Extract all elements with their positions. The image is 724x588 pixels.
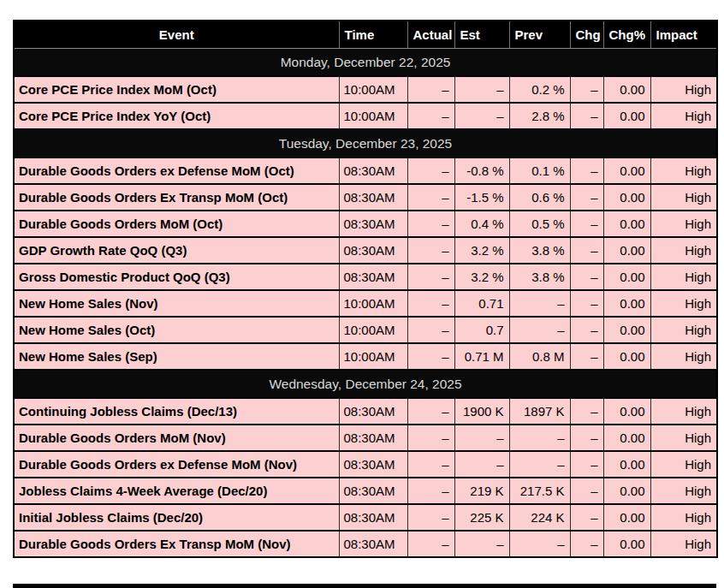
chgpct-cell: 0.00 xyxy=(603,531,650,557)
prev-cell: 2.8 % xyxy=(509,103,570,129)
chgpct-cell: 0.00 xyxy=(603,290,650,317)
chgpct-cell: 0.00 xyxy=(603,103,650,129)
prev-cell: 1897 K xyxy=(509,398,570,425)
prev-cell: 224 K xyxy=(509,504,570,531)
actual-cell: – xyxy=(407,103,454,129)
actual-cell: – xyxy=(407,343,454,370)
date-label: Tuesday, December 23, 2025 xyxy=(14,129,717,157)
chg-cell: – xyxy=(570,157,603,184)
prev-cell: 0.8 M xyxy=(509,343,570,370)
date-label: Wednesday, December 24, 2025 xyxy=(14,370,717,398)
chgpct-cell: 0.00 xyxy=(603,451,650,478)
time-cell: 08:30AM xyxy=(339,504,407,531)
event-cell: Initial Jobless Claims (Dec/20) xyxy=(14,504,339,531)
chg-cell: – xyxy=(570,504,603,531)
prev-cell: 0.2 % xyxy=(509,76,570,103)
prev-cell: 0.1 % xyxy=(509,157,570,184)
actual-cell: – xyxy=(407,76,454,103)
header-cell-chgpct: Chg% xyxy=(603,21,650,49)
chg-cell: – xyxy=(570,237,603,264)
chg-cell: – xyxy=(570,184,603,211)
chg-cell: – xyxy=(570,451,603,478)
actual-cell: – xyxy=(407,317,454,343)
table-header-row: Event Time Actual Est Prev Chg Chg% Impa… xyxy=(14,21,717,49)
event-cell: Durable Goods Orders Ex Transp MoM (Nov) xyxy=(14,531,339,557)
chg-cell: – xyxy=(570,478,603,504)
event-cell: Durable Goods Orders Ex Transp MoM (Oct) xyxy=(14,184,339,211)
actual-cell: – xyxy=(407,211,454,237)
prev-cell: – xyxy=(509,451,570,478)
next-date-row-cutoff xyxy=(13,584,716,588)
event-row: Durable Goods Orders ex Defense MoM (Oct… xyxy=(14,157,717,184)
est-cell: -1.5 % xyxy=(454,184,509,211)
est-cell: 1900 K xyxy=(454,398,509,425)
time-cell: 08:30AM xyxy=(339,398,407,425)
event-row: Continuing Jobless Claims (Dec/13)08:30A… xyxy=(14,398,717,425)
event-row: Durable Goods Orders Ex Transp MoM (Nov)… xyxy=(14,531,717,557)
actual-cell: – xyxy=(407,237,454,264)
header-cell-actual: Actual xyxy=(407,21,454,49)
est-cell: – xyxy=(454,76,509,103)
event-cell: GDP Growth Rate QoQ (Q3) xyxy=(14,237,339,264)
header-cell-time: Time xyxy=(339,21,407,49)
header-cell-event: Event xyxy=(14,21,339,49)
time-cell: 10:00AM xyxy=(339,290,407,317)
impact-cell: High xyxy=(650,504,717,531)
calendar-body: Monday, December 22, 2025Core PCE Price … xyxy=(14,49,717,558)
actual-cell: – xyxy=(407,398,454,425)
event-row: GDP Growth Rate QoQ (Q3)08:30AM–3.2 %3.8… xyxy=(14,237,717,264)
est-cell: 219 K xyxy=(454,478,509,504)
impact-cell: High xyxy=(650,290,717,317)
actual-cell: – xyxy=(407,451,454,478)
event-row: Durable Goods Orders ex Defense MoM (Nov… xyxy=(14,451,717,478)
event-row: Durable Goods Orders Ex Transp MoM (Oct)… xyxy=(14,184,717,211)
chgpct-cell: 0.00 xyxy=(603,425,650,451)
prev-cell: 3.8 % xyxy=(509,237,570,264)
impact-cell: High xyxy=(650,103,717,129)
event-row: Jobless Claims 4-Week Average (Dec/20)08… xyxy=(14,478,717,504)
event-cell: New Home Sales (Sep) xyxy=(14,343,339,370)
est-cell: 3.2 % xyxy=(454,264,509,290)
event-cell: Continuing Jobless Claims (Dec/13) xyxy=(14,398,339,425)
impact-cell: High xyxy=(650,531,717,557)
actual-cell: – xyxy=(407,478,454,504)
est-cell: – xyxy=(454,425,509,451)
actual-cell: – xyxy=(407,425,454,451)
impact-cell: High xyxy=(650,398,717,425)
impact-cell: High xyxy=(650,317,717,343)
chg-cell: – xyxy=(570,76,603,103)
event-cell: Durable Goods Orders MoM (Oct) xyxy=(14,211,339,237)
date-row: Tuesday, December 23, 2025 xyxy=(14,129,717,157)
chg-cell: – xyxy=(570,317,603,343)
event-row: New Home Sales (Oct)10:00AM–0.7––0.00Hig… xyxy=(14,317,717,343)
impact-cell: High xyxy=(650,451,717,478)
event-cell: New Home Sales (Oct) xyxy=(14,317,339,343)
header-cell-chg: Chg xyxy=(570,21,603,49)
chgpct-cell: 0.00 xyxy=(603,264,650,290)
prev-cell: – xyxy=(509,317,570,343)
est-cell: – xyxy=(454,451,509,478)
chg-cell: – xyxy=(570,103,603,129)
prev-cell: – xyxy=(509,290,570,317)
chg-cell: – xyxy=(570,343,603,370)
est-cell: -0.8 % xyxy=(454,157,509,184)
chgpct-cell: 0.00 xyxy=(603,504,650,531)
chgpct-cell: 0.00 xyxy=(603,211,650,237)
chg-cell: – xyxy=(570,211,603,237)
impact-cell: High xyxy=(650,343,717,370)
time-cell: 10:00AM xyxy=(339,343,407,370)
chg-cell: – xyxy=(570,531,603,557)
impact-cell: High xyxy=(650,425,717,451)
event-row: Durable Goods Orders MoM (Oct)08:30AM–0.… xyxy=(14,211,717,237)
actual-cell: – xyxy=(407,157,454,184)
impact-cell: High xyxy=(650,237,717,264)
prev-cell: 0.6 % xyxy=(509,184,570,211)
header-cell-prev: Prev xyxy=(509,21,570,49)
header-cell-est: Est xyxy=(454,21,509,49)
economic-calendar-table: Event Time Actual Est Prev Chg Chg% Impa… xyxy=(13,20,718,558)
event-row: Core PCE Price Index MoM (Oct)10:00AM––0… xyxy=(14,76,717,103)
chgpct-cell: 0.00 xyxy=(603,76,650,103)
est-cell: 225 K xyxy=(454,504,509,531)
impact-cell: High xyxy=(650,184,717,211)
prev-cell: 217.5 K xyxy=(509,478,570,504)
